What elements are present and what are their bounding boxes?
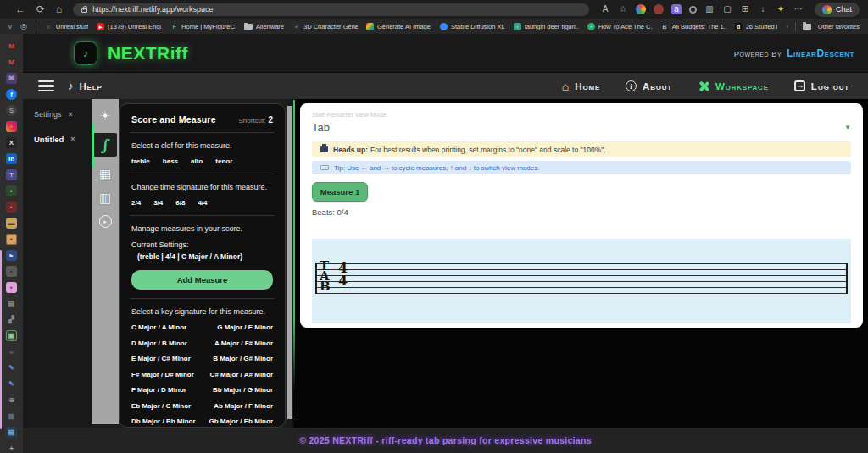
nav-item-logout[interactable]: Log out xyxy=(794,80,849,91)
time-option-3-4[interactable]: 3/4 xyxy=(153,199,163,207)
back-icon[interactable]: ← xyxy=(15,4,25,14)
key-option[interactable]: Gb Major / Eb Minor xyxy=(209,417,273,425)
close-icon[interactable]: × xyxy=(70,135,75,143)
tool-icon-2[interactable]: ▞ xyxy=(6,314,17,325)
view-mode-select[interactable]: Tab ▼ xyxy=(312,121,851,134)
powered-by-brand[interactable]: LinearDescent xyxy=(787,47,854,59)
github-icon[interactable]: ○ xyxy=(6,346,17,357)
clef-option-treble[interactable]: treble xyxy=(131,157,150,165)
close-icon[interactable]: × xyxy=(69,111,73,119)
nav-item-about[interactable]: i About xyxy=(626,80,672,91)
bookmark-item[interactable]: ▸(1379) Unreal Engi... xyxy=(97,23,162,30)
clef-option-tenor[interactable]: tenor xyxy=(215,157,232,165)
clef-tool-button[interactable]: ∫ xyxy=(93,133,117,157)
list-app-icon[interactable]: ▦ xyxy=(6,411,17,422)
bookmark-item[interactable]: ◦3D Character Gene... xyxy=(292,23,358,30)
skype-icon[interactable]: S xyxy=(6,105,17,116)
red-app-icon[interactable]: ▪ xyxy=(6,202,17,213)
chevron-down-icon[interactable]: v xyxy=(8,23,12,30)
globe-icon[interactable]: ⊕ xyxy=(6,395,17,406)
home-button-icon[interactable]: ⌂ xyxy=(56,4,62,14)
refresh-icon[interactable]: ⟳ xyxy=(36,4,45,14)
favorite-star-icon[interactable]: ☆ xyxy=(618,4,628,14)
facebook-icon[interactable]: f xyxy=(6,89,17,100)
favorites-bar-icon[interactable]: ▢ xyxy=(722,4,732,14)
pink-app-icon[interactable]: ▪ xyxy=(6,282,17,293)
fretboard-tool-icon[interactable]: ▥ xyxy=(99,191,111,204)
tab-preview-icon[interactable]: ◎ xyxy=(20,22,27,30)
extension-icon-colorful[interactable] xyxy=(636,4,646,14)
key-option[interactable]: Eb Major / C Minor xyxy=(131,402,191,410)
bookmark-item[interactable]: ◦How To Ace The C... xyxy=(587,23,653,30)
time-option-4-4[interactable]: 4/4 xyxy=(198,199,207,207)
mail-app-icon[interactable]: ✉ xyxy=(6,73,17,84)
key-option[interactable]: D Major / B Minor xyxy=(131,340,187,347)
downloads-icon[interactable]: ↓ xyxy=(758,4,768,14)
chevron-right-icon[interactable]: › xyxy=(786,23,788,30)
gray-app-icon[interactable]: ▪ xyxy=(6,266,17,277)
add-measure-button[interactable]: Add Measure xyxy=(131,270,273,290)
key-option[interactable]: Bb Major / G Minor xyxy=(213,386,273,394)
extension-icon-purple[interactable]: a xyxy=(671,4,682,14)
nav-item-workspace[interactable]: Workspace xyxy=(698,80,769,92)
read-aloud-icon[interactable]: A xyxy=(600,4,610,14)
tan-app-icon[interactable]: ▬ xyxy=(6,218,17,229)
split-screen-icon[interactable]: ▥ xyxy=(704,4,715,14)
tab-staff-canvas[interactable]: T A B 4 4 xyxy=(312,239,851,323)
address-bar[interactable]: https://nextriff.netlify.app/workspace xyxy=(73,3,589,16)
key-option[interactable]: B Major / G# Minor xyxy=(213,355,273,362)
tool-icon[interactable]: ▤ xyxy=(6,298,17,309)
extension-icon-red[interactable] xyxy=(654,4,664,14)
rewards-extension-icon[interactable]: ✦ xyxy=(776,4,786,14)
linkedin-icon[interactable]: in xyxy=(6,153,17,164)
tab-untitled[interactable]: Untitled × xyxy=(23,130,92,148)
bookmark-item[interactable]: Stable Diffusion XL xyxy=(440,23,505,30)
chat-button[interactable]: Chat xyxy=(815,3,860,17)
active-app-icon[interactable]: ▣ xyxy=(6,330,17,341)
pencil-app-icon[interactable]: ✎ xyxy=(6,362,17,373)
grid-tool-icon[interactable]: ▦ xyxy=(99,168,111,180)
instagram-icon[interactable]: ◦ xyxy=(6,121,17,132)
menu-icon[interactable] xyxy=(38,80,54,92)
key-option[interactable]: Ab Major / F Minor xyxy=(214,402,273,410)
bookmark-item[interactable]: Generate AI Image... xyxy=(366,23,431,30)
craft-app-icon[interactable]: ▪ xyxy=(6,234,17,245)
bookmark-item[interactable]: d26 Stuffed Bell Pep... xyxy=(735,23,778,30)
key-option[interactable]: G Major / E Minor xyxy=(217,323,273,331)
add-favorite-icon[interactable]: + xyxy=(6,443,17,453)
key-option[interactable]: F Major / D Minor xyxy=(131,386,186,394)
bookmark-item[interactable]: Alienware xyxy=(244,23,284,30)
key-option[interactable]: F# Major / D# Minor xyxy=(131,371,194,378)
bookmark-item[interactable]: ○Unreal stuff xyxy=(45,23,88,30)
scrollbar-thumb[interactable] xyxy=(287,106,292,419)
chart-app-icon[interactable]: ▤ xyxy=(6,427,17,438)
collections-icon[interactable]: ⊞ xyxy=(740,4,750,14)
help-button[interactable]: ♪ Help xyxy=(68,80,103,91)
time-option-6-8[interactable]: 6/8 xyxy=(175,199,185,207)
video-app-icon[interactable]: ▸ xyxy=(6,250,17,261)
bookmark-item[interactable]: FHome | MyFigureC... xyxy=(170,23,236,30)
other-favorites-label[interactable]: Other favorites xyxy=(818,23,860,30)
bookmark-item[interactable]: BAll Budgets: The 1... xyxy=(661,23,726,30)
time-option-2-4[interactable]: 2/4 xyxy=(131,199,141,207)
tab-settings[interactable]: Settings × xyxy=(23,106,92,123)
extension-icon-ring[interactable] xyxy=(689,6,697,14)
bookmark-item[interactable]: ▫faungirl deer figuri... xyxy=(514,23,579,30)
pencil-app-icon-2[interactable]: ✎ xyxy=(6,378,17,389)
key-option[interactable]: E Major / C# Minor xyxy=(131,355,191,362)
clef-option-alto[interactable]: alto xyxy=(191,157,203,165)
clef-option-bass[interactable]: bass xyxy=(163,157,178,165)
green-app-icon[interactable]: ▪ xyxy=(6,185,17,196)
key-option[interactable]: C# Major / A# Minor xyxy=(210,371,273,378)
t-app-icon[interactable]: T xyxy=(6,169,17,180)
play-icon[interactable]: ▸ xyxy=(99,215,112,228)
gmail-icon-2[interactable]: M xyxy=(6,57,17,68)
gmail-icon[interactable]: M xyxy=(6,41,17,52)
x-icon[interactable]: X xyxy=(6,137,17,148)
theme-sun-icon[interactable]: ☀ xyxy=(99,109,110,122)
panel-scrollbar[interactable] xyxy=(287,99,293,428)
key-option[interactable]: C Major / A Minor xyxy=(131,323,186,331)
nav-item-home[interactable]: ⌂ Home xyxy=(562,80,600,92)
more-options-icon[interactable]: ⋯ xyxy=(793,4,804,14)
key-option[interactable]: Db Major / Bb Minor xyxy=(131,417,196,425)
